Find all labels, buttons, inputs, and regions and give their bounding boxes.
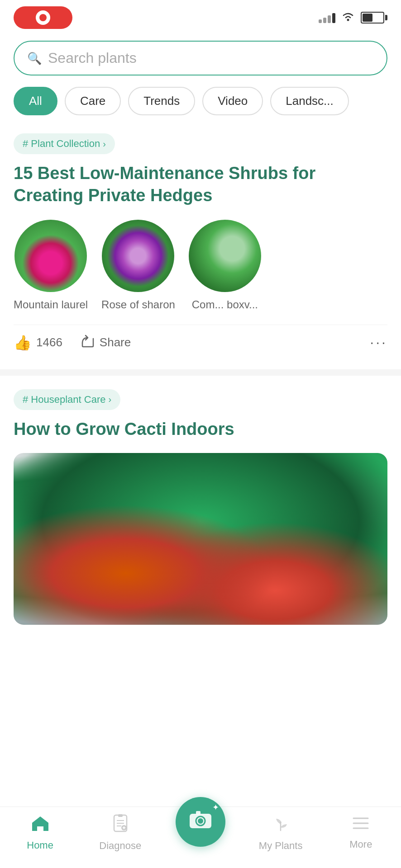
plant-circles-row: Mountain laurel Rose of sharon Com... bo… [14, 220, 387, 311]
camera-sparkle: ✦ [212, 802, 219, 812]
section-divider [0, 369, 401, 376]
article-2: # Houseplant Care › How to Grow Cacti In… [0, 380, 401, 625]
plant-image-mountain-laurel [14, 220, 87, 292]
svg-point-11 [198, 818, 203, 824]
plant-image-rose-sharon [102, 220, 174, 292]
plant-label-2: Rose of sharon [101, 298, 175, 311]
article-2-tag-arrow: › [108, 394, 111, 405]
article-1-tag-text: # Plant Collection [23, 138, 100, 150]
wifi-icon [341, 11, 355, 24]
search-bar[interactable]: 🔍 Search plants [14, 41, 387, 75]
like-count: 1466 [36, 335, 62, 349]
record-dot-inner [39, 14, 47, 21]
status-bar-right [319, 11, 387, 24]
plant-image-com-boxv [189, 220, 261, 292]
home-icon [31, 815, 50, 836]
record-dot [36, 10, 50, 25]
signal-bar-3 [328, 15, 331, 23]
more-icon [352, 816, 370, 835]
plant-label-3: Com... boxv... [192, 298, 258, 311]
share-icon [81, 334, 95, 351]
search-icon: 🔍 [27, 52, 42, 64]
nav-more-label: More [349, 839, 372, 850]
nav-home[interactable]: Home [13, 815, 67, 851]
article-1-tag[interactable]: # Plant Collection › [14, 133, 115, 154]
article-2-image[interactable] [14, 453, 387, 625]
nav-home-label: Home [27, 840, 53, 851]
cacti-photo [14, 453, 387, 625]
article-2-tag[interactable]: # Houseplant Care › [14, 389, 120, 410]
myplants-icon [272, 814, 290, 836]
filter-tab-care[interactable]: Care [65, 87, 121, 115]
search-container: 🔍 Search plants [0, 32, 401, 82]
nav-camera-fab[interactable]: ✦ [173, 820, 228, 847]
battery-icon [361, 12, 387, 24]
svg-point-0 [347, 19, 349, 21]
record-button[interactable] [14, 6, 72, 29]
filter-tabs: All Care Trends Video Landsc... [0, 82, 401, 124]
nav-myplants-label: My Plants [259, 840, 303, 852]
share-button[interactable]: Share [81, 334, 131, 351]
diagnose-icon [111, 814, 129, 836]
share-label: Share [100, 335, 131, 349]
signal-bar-4 [332, 13, 335, 23]
filter-tab-all[interactable]: All [14, 87, 57, 115]
status-bar-left [14, 6, 72, 29]
plant-label-1: Mountain laurel [14, 298, 88, 311]
nav-diagnose-label: Diagnose [99, 840, 141, 852]
filter-tab-video[interactable]: Video [202, 87, 263, 115]
signal-bar-2 [323, 18, 326, 23]
article-2-tag-text: # Houseplant Care [23, 394, 105, 406]
more-options-button[interactable]: ··· [370, 334, 387, 351]
article-1-tag-arrow: › [103, 139, 106, 149]
camera-icon [189, 809, 212, 834]
signal-bars [319, 12, 335, 23]
nav-myplants[interactable]: My Plants [253, 814, 308, 852]
plant-item-3[interactable]: Com... boxv... [189, 220, 261, 311]
like-icon: 👍 [14, 334, 32, 351]
search-placeholder: Search plants [48, 50, 137, 66]
plant-item-1[interactable]: Mountain laurel [14, 220, 88, 311]
svg-rect-2 [118, 814, 123, 817]
svg-rect-12 [196, 811, 200, 815]
article-1: # Plant Collection › 15 Best Low-Mainten… [0, 124, 401, 365]
plant-item-2[interactable]: Rose of sharon [101, 220, 175, 311]
article-2-title[interactable]: How to Grow Cacti Indoors [14, 418, 387, 440]
bottom-nav: Home Diagnose ✦ [0, 807, 401, 868]
article-1-title[interactable]: 15 Best Low-Maintenance Shrubs for Creat… [14, 162, 387, 207]
signal-bar-1 [319, 19, 322, 23]
nav-more[interactable]: More [334, 816, 388, 850]
status-bar [0, 0, 401, 32]
reaction-bar-1: 👍 1466 Share ··· [14, 325, 387, 356]
camera-fab[interactable]: ✦ [176, 797, 225, 847]
nav-diagnose[interactable]: Diagnose [93, 814, 148, 852]
filter-tab-landscape[interactable]: Landsc... [270, 87, 349, 115]
like-button[interactable]: 👍 1466 [14, 334, 62, 351]
filter-tab-trends[interactable]: Trends [128, 87, 195, 115]
